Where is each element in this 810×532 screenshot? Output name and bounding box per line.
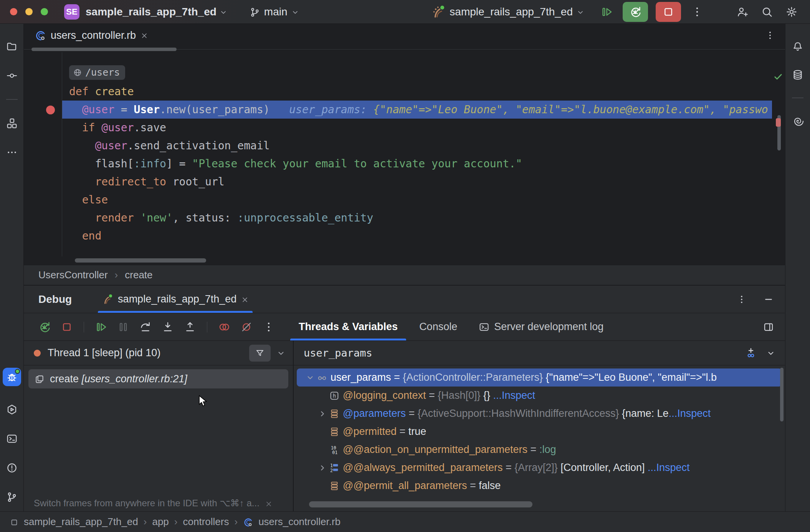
editor-horizontal-scrollbar[interactable] bbox=[24, 256, 785, 265]
debug-tool-window: Debug sample_rails_app_7th_ed bbox=[24, 285, 785, 511]
close-icon[interactable] bbox=[265, 498, 273, 509]
run-configuration-selector[interactable]: sample_rails_app_7th_ed bbox=[431, 5, 584, 19]
inspect-link[interactable]: ...Inspect bbox=[648, 462, 690, 474]
breadcrumb-class[interactable]: UsersController bbox=[38, 269, 108, 281]
view-breakpoints-icon[interactable] bbox=[215, 318, 233, 336]
code-line: end bbox=[62, 227, 772, 245]
code-line: def create bbox=[62, 83, 772, 101]
variable-row[interactable]: h@logging_context = {Hash[0]} {} ...Insp… bbox=[294, 387, 785, 405]
status-crumb-file[interactable]: users_controller.rb bbox=[258, 516, 341, 528]
tab-threads-variables[interactable]: Threads & Variables bbox=[288, 313, 408, 340]
chevron-right-separator: › bbox=[115, 269, 118, 281]
chevron-down-icon bbox=[577, 6, 584, 18]
search-icon[interactable] bbox=[759, 3, 775, 20]
variable-row[interactable]: 1001@@action_on_unpermitted_parameters =… bbox=[294, 441, 785, 459]
step-into-icon[interactable] bbox=[159, 318, 177, 336]
commit-icon[interactable] bbox=[6, 70, 18, 81]
rerun-debug-icon[interactable] bbox=[35, 318, 54, 336]
variable-row[interactable]: @permitted = true bbox=[294, 423, 785, 441]
status-crumb-controllers[interactable]: controllers bbox=[183, 516, 229, 528]
ai-assistant-icon[interactable] bbox=[792, 115, 803, 127]
divider bbox=[6, 99, 18, 100]
terminal-icon[interactable] bbox=[6, 433, 18, 444]
status-crumb-project[interactable]: sample_rails_app_7th_ed bbox=[24, 516, 138, 528]
more-vertical-icon[interactable] bbox=[689, 3, 706, 20]
rails-run-config-icon bbox=[431, 5, 446, 19]
expand-chevron-icon[interactable] bbox=[304, 373, 317, 382]
status-crumb-app[interactable]: app bbox=[152, 516, 169, 528]
more-vertical-icon[interactable] bbox=[737, 294, 747, 304]
more-icon[interactable] bbox=[6, 147, 18, 158]
chevron-down-icon bbox=[291, 6, 299, 18]
inspect-link[interactable]: ...Inspect bbox=[493, 390, 535, 401]
variable-row[interactable]: user_params = {ActionController::Paramet… bbox=[297, 368, 782, 387]
tab-server-development-log[interactable]: Server development log bbox=[468, 313, 614, 340]
thread-selector[interactable]: Thread 1 [sleep] (pid 10) bbox=[24, 341, 293, 365]
breadcrumb-method[interactable]: create bbox=[125, 269, 152, 281]
database-icon[interactable] bbox=[792, 69, 803, 81]
inspect-link[interactable]: ...Inspect bbox=[669, 408, 711, 420]
stack-frame[interactable]: create [users_controller.rb:21] bbox=[28, 369, 288, 388]
thread-status-dot bbox=[34, 350, 41, 357]
debug-session-tab[interactable]: sample_rails_app_7th_ed bbox=[99, 286, 251, 313]
variables-header: user_params bbox=[294, 341, 785, 365]
close-icon[interactable] bbox=[241, 293, 249, 305]
stop-icon[interactable] bbox=[58, 318, 76, 336]
filter-frames-button[interactable] bbox=[249, 345, 271, 362]
more-vertical-icon[interactable] bbox=[765, 30, 775, 40]
execution-line: @user = User.new(user_params) user_param… bbox=[62, 101, 772, 119]
variable-row[interactable]: @@permit_all_parameters = false bbox=[294, 477, 785, 495]
project-badge: SE bbox=[64, 4, 79, 20]
more-vertical-icon[interactable] bbox=[260, 318, 278, 336]
mute-breakpoints-icon[interactable] bbox=[237, 318, 256, 336]
run-icon[interactable] bbox=[6, 404, 18, 415]
folder-icon[interactable] bbox=[6, 41, 18, 52]
notifications-bell-icon[interactable] bbox=[792, 41, 803, 52]
chevron-down-icon[interactable] bbox=[277, 349, 285, 357]
frame-icon bbox=[35, 373, 45, 385]
variable-row[interactable]: 12@@always_permitted_parameters = {Array… bbox=[294, 459, 785, 477]
resume-icon[interactable] bbox=[92, 318, 110, 336]
step-over-icon[interactable] bbox=[136, 318, 155, 336]
breakpoint-dot[interactable] bbox=[46, 106, 55, 114]
minimize-window-button[interactable] bbox=[25, 8, 33, 15]
code-editor[interactable]: /usersdef create @user = User.new(user_p… bbox=[24, 52, 785, 256]
expand-chevron-icon[interactable] bbox=[316, 410, 329, 418]
add-user-icon[interactable] bbox=[734, 3, 751, 20]
tab-console[interactable]: Console bbox=[408, 313, 468, 340]
stop-icon[interactable] bbox=[656, 2, 681, 22]
mouse-cursor bbox=[197, 395, 210, 408]
variable-row[interactable]: @parameters = {ActiveSupport::HashWithIn… bbox=[294, 405, 785, 423]
zoom-window-button[interactable] bbox=[41, 8, 48, 15]
code-line: @user.send_activation_email bbox=[62, 137, 772, 155]
close-window-button[interactable] bbox=[10, 8, 17, 15]
scrollbar-thumb[interactable] bbox=[31, 48, 177, 51]
expand-chevron-icon[interactable] bbox=[316, 464, 329, 472]
branch-selector[interactable]: main bbox=[250, 6, 299, 18]
layout-settings-icon[interactable] bbox=[763, 321, 774, 333]
title-bar: SE sample_rails_app_7th_ed main sample_r… bbox=[0, 0, 810, 24]
code-area[interactable]: /usersdef create @user = User.new(user_p… bbox=[62, 52, 772, 256]
git-branch-icon[interactable] bbox=[6, 491, 18, 503]
variables-vertical-scrollbar-thumb[interactable] bbox=[780, 368, 784, 421]
project-selector[interactable]: sample_rails_app_7th_ed bbox=[86, 6, 227, 18]
scrollbar-thumb[interactable] bbox=[75, 258, 206, 263]
rerun-debug-icon[interactable] bbox=[623, 2, 648, 22]
inspections-ok-checkmark-icon[interactable] bbox=[773, 71, 784, 82]
problems-icon[interactable] bbox=[6, 462, 18, 474]
hide-tool-window-icon[interactable] bbox=[764, 294, 774, 304]
add-to-watches-icon[interactable] bbox=[745, 347, 757, 359]
editor-tab-users-controller[interactable]: users_controller.rb bbox=[24, 24, 157, 47]
pause-icon[interactable] bbox=[114, 318, 132, 336]
structure-icon[interactable] bbox=[6, 117, 18, 129]
resume-icon[interactable] bbox=[598, 3, 615, 20]
chevron-down-icon[interactable] bbox=[767, 349, 775, 357]
evaluate-expression-field[interactable]: user_params bbox=[304, 347, 372, 359]
settings-gear-icon[interactable] bbox=[783, 3, 800, 20]
route-chip[interactable]: /users bbox=[69, 65, 125, 80]
close-icon[interactable] bbox=[141, 30, 148, 41]
debug-icon[interactable] bbox=[3, 368, 21, 386]
editor-tabs-scrollbar[interactable] bbox=[24, 47, 785, 52]
step-out-icon[interactable] bbox=[181, 318, 199, 336]
variables-horizontal-scrollbar-thumb[interactable] bbox=[309, 501, 532, 507]
